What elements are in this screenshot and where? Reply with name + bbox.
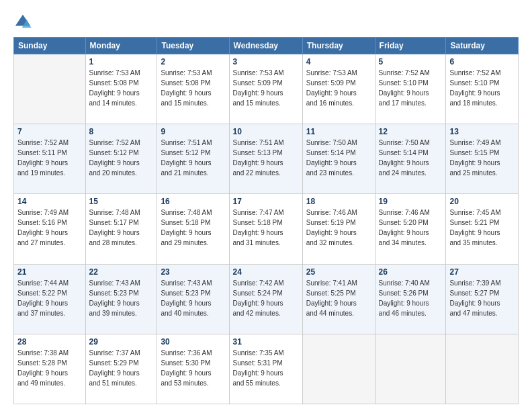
day-number: 8 — [89, 127, 154, 136]
day-info-line: Daylight: 9 hours — [449, 158, 515, 168]
day-info-line: and 21 minutes. — [161, 168, 225, 178]
day-number: 20 — [449, 197, 515, 206]
day-info-line: Sunrise: 7:37 AM — [89, 348, 154, 358]
day-info-line: Sunrise: 7:51 AM — [233, 138, 299, 148]
day-number: 13 — [449, 127, 515, 136]
day-info-line: Sunset: 5:24 PM — [233, 288, 299, 298]
day-info-line: Sunset: 5:18 PM — [161, 218, 225, 228]
day-info-line: and 27 minutes. — [17, 238, 82, 248]
day-info: Sunrise: 7:38 AMSunset: 5:28 PMDaylight:… — [17, 348, 82, 388]
day-info-line: and 42 minutes. — [233, 308, 299, 318]
day-info-line: and 15 minutes. — [161, 98, 225, 108]
day-info-line: and 32 minutes. — [306, 238, 371, 248]
day-info: Sunrise: 7:43 AMSunset: 5:23 PMDaylight:… — [89, 278, 154, 318]
day-info-line: and 15 minutes. — [233, 98, 299, 108]
day-info-line: Sunset: 5:23 PM — [89, 288, 154, 298]
day-info-line: Sunset: 5:27 PM — [449, 288, 515, 298]
day-info: Sunrise: 7:42 AMSunset: 5:24 PMDaylight:… — [233, 278, 299, 318]
day-info-line: Sunset: 5:12 PM — [89, 148, 154, 158]
calendar-cell: 26Sunrise: 7:40 AMSunset: 5:26 PMDayligh… — [375, 264, 446, 334]
day-info: Sunrise: 7:52 AMSunset: 5:10 PMDaylight:… — [379, 68, 443, 108]
day-info-line: Sunrise: 7:47 AM — [233, 208, 299, 218]
day-info-line: Daylight: 9 hours — [306, 158, 371, 168]
day-info-line: Sunset: 5:08 PM — [89, 78, 154, 88]
day-info-line: Daylight: 9 hours — [161, 228, 225, 238]
calendar-cell: 18Sunrise: 7:46 AMSunset: 5:19 PMDayligh… — [302, 194, 375, 264]
day-info-line: Sunset: 5:16 PM — [17, 218, 82, 228]
calendar-cell: 25Sunrise: 7:41 AMSunset: 5:25 PMDayligh… — [302, 264, 375, 334]
weekday-header-sunday: Sunday — [14, 38, 86, 54]
calendar-cell: 14Sunrise: 7:49 AMSunset: 5:16 PMDayligh… — [14, 194, 86, 264]
day-info-line: Daylight: 9 hours — [89, 228, 154, 238]
day-info-line: and 47 minutes. — [449, 308, 515, 318]
day-info-line: Sunrise: 7:39 AM — [449, 278, 515, 288]
weekday-header-thursday: Thursday — [302, 38, 375, 54]
day-number: 1 — [89, 57, 154, 66]
day-info-line: Daylight: 9 hours — [379, 158, 443, 168]
day-number: 26 — [379, 267, 443, 277]
calendar-cell — [302, 334, 375, 404]
day-info-line: Sunset: 5:29 PM — [89, 358, 154, 368]
day-info-line: Sunrise: 7:51 AM — [161, 138, 225, 148]
day-info-line: Sunrise: 7:53 AM — [306, 68, 371, 78]
day-info: Sunrise: 7:53 AMSunset: 5:08 PMDaylight:… — [89, 68, 154, 108]
day-info-line: Sunset: 5:28 PM — [17, 358, 82, 368]
day-info: Sunrise: 7:48 AMSunset: 5:18 PMDaylight:… — [161, 208, 225, 248]
day-info-line: Sunrise: 7:38 AM — [17, 348, 82, 358]
calendar-cell: 24Sunrise: 7:42 AMSunset: 5:24 PMDayligh… — [229, 264, 302, 334]
day-info-line: and 14 minutes. — [89, 98, 154, 108]
day-info-line: and 34 minutes. — [379, 238, 443, 248]
calendar-cell: 10Sunrise: 7:51 AMSunset: 5:13 PMDayligh… — [229, 124, 302, 194]
week-row-3: 14Sunrise: 7:49 AMSunset: 5:16 PMDayligh… — [14, 194, 519, 264]
calendar-cell: 17Sunrise: 7:47 AMSunset: 5:18 PMDayligh… — [229, 194, 302, 264]
page: SundayMondayTuesdayWednesdayThursdayFrid… — [0, 0, 532, 411]
day-info-line: Sunrise: 7:44 AM — [17, 278, 82, 288]
day-info-line: Sunset: 5:09 PM — [233, 78, 299, 88]
day-number: 12 — [379, 127, 443, 136]
day-info-line: Sunrise: 7:36 AM — [161, 348, 225, 358]
day-info-line: and 37 minutes. — [17, 308, 82, 318]
day-info: Sunrise: 7:40 AMSunset: 5:26 PMDaylight:… — [379, 278, 443, 318]
day-info-line: and 53 minutes. — [161, 378, 225, 388]
calendar-cell: 27Sunrise: 7:39 AMSunset: 5:27 PMDayligh… — [446, 264, 519, 334]
day-info-line: Sunset: 5:31 PM — [233, 358, 299, 368]
day-info-line: Daylight: 9 hours — [17, 158, 82, 168]
calendar-cell: 12Sunrise: 7:50 AMSunset: 5:14 PMDayligh… — [375, 124, 446, 194]
day-number: 4 — [306, 57, 371, 66]
day-info-line: Daylight: 9 hours — [306, 228, 371, 238]
day-info-line: Sunset: 5:25 PM — [306, 288, 371, 298]
day-info-line: Sunset: 5:23 PM — [161, 288, 225, 298]
day-info: Sunrise: 7:49 AMSunset: 5:15 PMDaylight:… — [449, 138, 515, 178]
day-number: 29 — [89, 337, 154, 347]
day-info-line: Sunset: 5:10 PM — [379, 78, 443, 88]
day-number: 21 — [17, 267, 82, 277]
day-info: Sunrise: 7:52 AMSunset: 5:12 PMDaylight:… — [89, 138, 154, 178]
day-info: Sunrise: 7:52 AMSunset: 5:11 PMDaylight:… — [17, 138, 82, 178]
day-info-line: Daylight: 9 hours — [306, 298, 371, 308]
day-info-line: and 49 minutes. — [17, 378, 82, 388]
calendar-cell: 6Sunrise: 7:52 AMSunset: 5:10 PMDaylight… — [446, 54, 519, 124]
day-info-line: and 29 minutes. — [161, 238, 225, 248]
day-info-line: Sunrise: 7:45 AM — [449, 208, 515, 218]
day-number: 9 — [161, 127, 225, 136]
day-info: Sunrise: 7:41 AMSunset: 5:25 PMDaylight:… — [306, 278, 371, 318]
day-number: 5 — [379, 57, 443, 66]
day-info-line: Daylight: 9 hours — [233, 298, 299, 308]
header — [13, 10, 519, 32]
day-info-line: Sunset: 5:15 PM — [449, 148, 515, 158]
day-info-line: Sunrise: 7:53 AM — [161, 68, 225, 78]
day-number: 28 — [17, 337, 82, 347]
day-info-line: and 55 minutes. — [233, 378, 299, 388]
day-number: 17 — [233, 197, 299, 206]
calendar-table: SundayMondayTuesdayWednesdayThursdayFrid… — [13, 37, 519, 404]
day-info-line: and 35 minutes. — [449, 238, 515, 248]
calendar-cell: 19Sunrise: 7:46 AMSunset: 5:20 PMDayligh… — [375, 194, 446, 264]
day-info: Sunrise: 7:47 AMSunset: 5:18 PMDaylight:… — [233, 208, 299, 248]
day-info-line: and 44 minutes. — [306, 308, 371, 318]
day-info: Sunrise: 7:49 AMSunset: 5:16 PMDaylight:… — [17, 208, 82, 248]
day-info-line: and 39 minutes. — [89, 308, 154, 318]
day-info: Sunrise: 7:50 AMSunset: 5:14 PMDaylight:… — [379, 138, 443, 178]
day-info-line: Daylight: 9 hours — [17, 228, 82, 238]
day-info-line: Sunrise: 7:35 AM — [233, 348, 299, 358]
day-info-line: Sunrise: 7:52 AM — [89, 138, 154, 148]
